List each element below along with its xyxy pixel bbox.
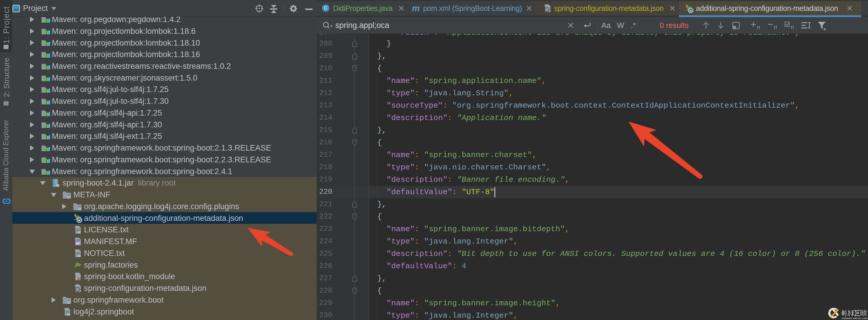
svg-text:C: C	[324, 5, 327, 11]
